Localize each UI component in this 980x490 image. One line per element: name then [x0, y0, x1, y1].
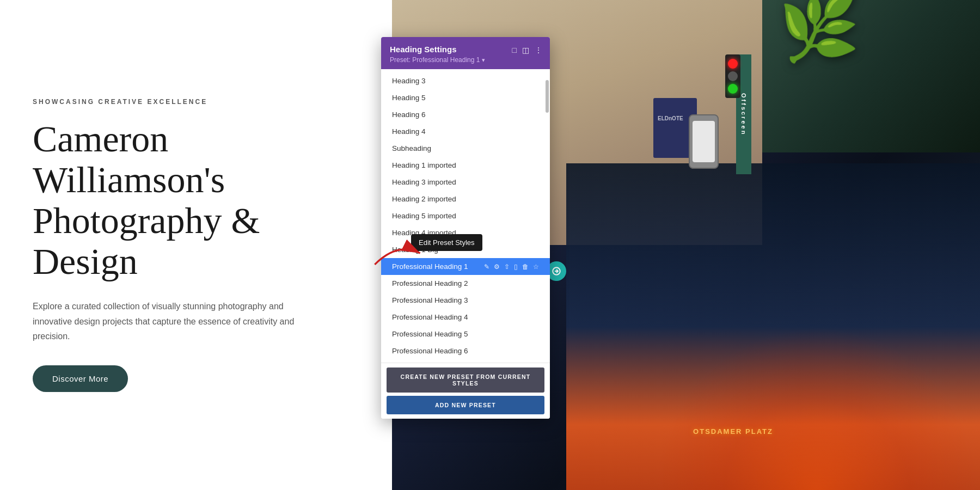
- list-item-label: Professional Heading 1: [392, 262, 468, 271]
- expand-icon[interactable]: □: [512, 46, 517, 54]
- add-preset-button[interactable]: ADD NEW PRESET: [387, 396, 544, 414]
- list-item-label: Professional Heading 3: [392, 296, 468, 304]
- list-item-label: Professional Heading 4: [392, 313, 468, 321]
- list-item-label: Professional Heading 2: [392, 279, 468, 287]
- delete-trash-icon[interactable]: 🗑: [522, 263, 529, 271]
- settings-gear-icon[interactable]: ⚙: [494, 263, 500, 271]
- discover-more-button[interactable]: Discover More: [33, 365, 128, 392]
- list-item-label: Professional Heading 6: [392, 347, 468, 355]
- list-item-label: Heading 4 imported: [392, 229, 456, 237]
- list-item[interactable]: Heading 1 imported ☆: [381, 157, 550, 174]
- heading-settings-panel: Heading Settings Preset: Professional He…: [381, 37, 550, 419]
- list-item-label: Heading 1 imported: [392, 161, 456, 169]
- list-item[interactable]: Heading 3 ☆: [381, 72, 550, 89]
- list-item[interactable]: Heading 6 ☆: [381, 106, 550, 123]
- preset-list: Heading 3 ☆ Heading 5 ☆ Heading 6 ☆ Head…: [381, 69, 550, 363]
- left-content-area: SHOWCASING CREATIVE EXCELLENCE Cameron W…: [0, 0, 392, 490]
- list-item[interactable]: Heading 5 imported ☆: [381, 207, 550, 224]
- page-subtitle: SHOWCASING CREATIVE EXCELLENCE: [33, 98, 359, 106]
- traffic-light-yellow: [728, 71, 738, 81]
- street-glow: [653, 327, 980, 490]
- item-action-icons: ✎ ⚙ ⇧ ▯ 🗑 ☆: [484, 263, 539, 271]
- list-item-label: Heading 5: [392, 94, 426, 102]
- copy-icon[interactable]: ▯: [514, 263, 518, 271]
- edit-pencil-icon[interactable]: ✎: [484, 263, 489, 271]
- list-item[interactable]: Heading 4 ☆: [381, 123, 550, 140]
- split-icon[interactable]: ◫: [522, 46, 529, 54]
- upload-icon[interactable]: ⇧: [504, 263, 510, 271]
- traffic-light-red: [728, 59, 738, 69]
- list-item[interactable]: Professional Heading 3 ☆: [381, 292, 550, 309]
- list-item[interactable]: Heading 4 imported ☆: [381, 224, 550, 241]
- panel-footer: CREATE NEW PRESET FROM CURRENT STYLES AD…: [381, 363, 550, 419]
- list-item-label: Heading 1 Big: [392, 246, 438, 254]
- city-poster-text: OTSDAMER PLATZ: [693, 427, 773, 436]
- list-item[interactable]: Professional Heading 2 ☆: [381, 275, 550, 292]
- traffic-light-green: [728, 84, 738, 94]
- traffic-light: [725, 54, 740, 98]
- list-item-label: Heading 6: [392, 111, 426, 119]
- panel-header-icons: □ ◫ ⋮: [512, 46, 542, 54]
- page-main-title: Cameron Williamson's Photography & Desig…: [33, 119, 359, 281]
- list-item-label: Heading 3 imported: [392, 178, 456, 186]
- panel-preset-selector[interactable]: Preset: Professional Heading 1: [390, 56, 541, 64]
- list-item[interactable]: Professional Heading 6 ☆: [381, 342, 550, 359]
- list-item[interactable]: Subheading ☆: [381, 140, 550, 157]
- list-item[interactable]: Heading 2 imported ☆: [381, 191, 550, 207]
- phone-prop: [689, 114, 719, 169]
- list-item[interactable]: Heading 1 Big ☆: [381, 241, 550, 258]
- list-item-label: Heading 5 imported: [392, 212, 456, 220]
- list-item[interactable]: Heading 3 imported ☆: [381, 174, 550, 191]
- list-item[interactable]: Heading 5 ☆: [381, 89, 550, 106]
- list-item[interactable]: Professional Heading 5 ☆: [381, 326, 550, 342]
- more-options-icon[interactable]: ⋮: [535, 46, 542, 54]
- star-icon[interactable]: ☆: [533, 263, 539, 271]
- panel-list-wrapper: Heading 3 ☆ Heading 5 ☆ Heading 6 ☆ Head…: [381, 69, 550, 363]
- list-item-label: Heading 4: [392, 127, 426, 136]
- scrollbar-thumb[interactable]: [546, 80, 549, 113]
- list-item-label: Heading 2 imported: [392, 195, 456, 203]
- list-item-selected[interactable]: Professional Heading 1 ✎ ⚙ ⇧ ▯ 🗑 ☆: [381, 258, 550, 275]
- page-description: Explore a curated collection of visually…: [33, 299, 316, 344]
- plant-area: [762, 0, 980, 152]
- list-item-label: Heading 3: [392, 77, 426, 85]
- create-preset-button[interactable]: CREATE NEW PRESET FROM CURRENT STYLES: [387, 367, 544, 393]
- list-item[interactable]: Professional Heading 4 ☆: [381, 309, 550, 326]
- list-item-label: Professional Heading 5: [392, 330, 468, 338]
- list-item-label: Subheading: [392, 144, 431, 152]
- panel-header: Heading Settings Preset: Professional He…: [381, 37, 550, 69]
